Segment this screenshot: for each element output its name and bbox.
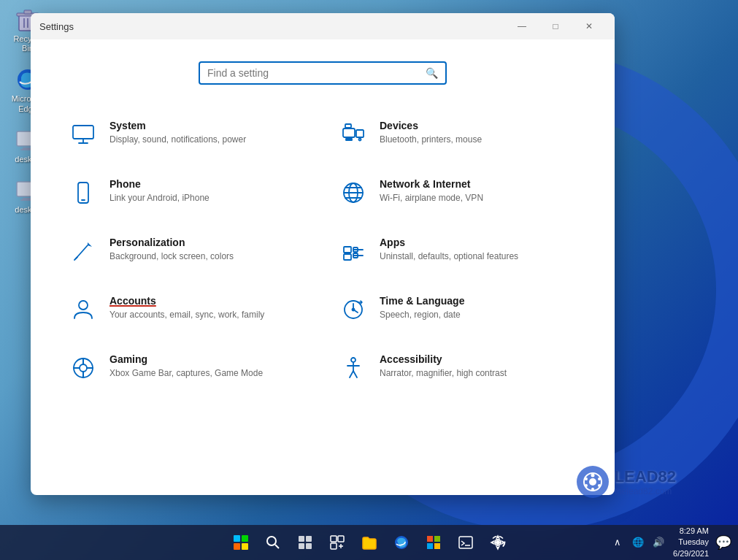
network-desc: Wi-Fi, airplane mode, VPN bbox=[380, 192, 483, 204]
phone-title: Phone bbox=[109, 178, 210, 190]
systray-globe[interactable]: 🌐 bbox=[629, 534, 647, 551]
gaming-desc: Xbox Game Bar, captures, Game Mode bbox=[109, 367, 263, 380]
devices-text: Devices Bluetooth, printers, mouse bbox=[380, 120, 482, 146]
watermark: LEAD82 thelead82.com bbox=[577, 466, 676, 498]
accounts-setting[interactable]: Accounts Your accounts, email, sync, wor… bbox=[60, 283, 315, 336]
taskbar-settings-button[interactable] bbox=[483, 528, 512, 557]
search-container: 🔍 bbox=[60, 61, 585, 85]
notification-icon[interactable]: 💬 bbox=[715, 534, 732, 551]
accounts-title: Accounts bbox=[109, 295, 264, 307]
search-input[interactable] bbox=[207, 67, 426, 79]
apps-desc: Uninstall, defaults, optional features bbox=[380, 250, 518, 263]
svg-point-38 bbox=[79, 301, 88, 310]
svg-point-59 bbox=[591, 488, 594, 491]
gaming-setting[interactable]: Gaming Xbox Game Bar, captures, Game Mod… bbox=[60, 342, 315, 394]
time-text: Time & Language Speech, region, date bbox=[380, 295, 464, 321]
svg-rect-71 bbox=[306, 543, 312, 549]
personalization-title: Personalization bbox=[109, 237, 234, 248]
svg-point-66 bbox=[267, 537, 276, 545]
terminal-button[interactable] bbox=[451, 528, 480, 557]
accounts-icon bbox=[69, 295, 98, 324]
svg-rect-62 bbox=[234, 535, 240, 542]
widgets-button[interactable] bbox=[323, 528, 352, 557]
svg-line-67 bbox=[275, 545, 279, 548]
personalization-desc: Background, lock screen, colors bbox=[109, 250, 234, 263]
personalization-text: Personalization Background, lock screen,… bbox=[109, 237, 234, 263]
phone-icon bbox=[69, 178, 98, 207]
taskbar-clock[interactable]: 8:29 AM Tuesday 6/29/2021 bbox=[673, 526, 709, 559]
svg-point-61 bbox=[585, 477, 588, 480]
svg-rect-69 bbox=[306, 536, 312, 542]
apps-icon bbox=[339, 237, 368, 266]
time-icon bbox=[339, 295, 368, 324]
title-bar: Settings — □ ✕ bbox=[31, 13, 615, 39]
clock-date: 6/29/2021 bbox=[673, 548, 709, 559]
svg-point-60 bbox=[585, 484, 588, 487]
personalization-setting[interactable]: Personalization Background, lock screen,… bbox=[60, 225, 315, 277]
network-title: Network & Internet bbox=[380, 178, 483, 190]
apps-setting[interactable]: Apps Uninstall, defaults, optional featu… bbox=[330, 225, 585, 277]
gaming-title: Gaming bbox=[109, 353, 263, 365]
systray-chevron[interactable]: ∧ bbox=[609, 534, 626, 551]
close-button[interactable]: ✕ bbox=[572, 13, 606, 39]
network-setting[interactable]: Network & Internet Wi-Fi, airplane mode,… bbox=[330, 166, 585, 219]
taskbar-search-button[interactable] bbox=[258, 528, 288, 557]
watermark-url: thelead82.com bbox=[615, 486, 676, 496]
svg-rect-72 bbox=[331, 536, 337, 542]
taskbar-edge-button[interactable] bbox=[387, 528, 416, 557]
svg-point-42 bbox=[353, 309, 355, 311]
apps-text: Apps Uninstall, defaults, optional featu… bbox=[380, 237, 518, 263]
maximize-button[interactable]: □ bbox=[539, 13, 572, 39]
svg-rect-68 bbox=[299, 536, 304, 542]
phone-setting[interactable]: Phone Link your Android, iPhone bbox=[60, 166, 315, 219]
search-icon: 🔍 bbox=[426, 67, 438, 79]
time-setting[interactable]: Time & Language Speech, region, date bbox=[330, 283, 585, 336]
file-explorer-button[interactable] bbox=[355, 528, 384, 557]
accessibility-desc: Narrator, magnifier, high contrast bbox=[380, 367, 507, 380]
clock-day: Tuesday bbox=[673, 537, 709, 548]
system-setting[interactable]: System Display, sound, notifications, po… bbox=[60, 108, 315, 161]
accessibility-title: Accessibility bbox=[380, 353, 507, 365]
watermark-brand-text: LEAD82 bbox=[615, 467, 676, 486]
system-title: System bbox=[109, 120, 246, 131]
taskbar-systray: ∧ 🌐 🔊 8:29 AM Tuesday 6/29/2021 💬 bbox=[609, 526, 732, 559]
svg-rect-33 bbox=[344, 254, 351, 260]
svg-rect-63 bbox=[242, 535, 248, 542]
system-icon bbox=[69, 120, 98, 149]
system-desc: Display, sound, notifications, power bbox=[109, 134, 246, 146]
network-icon bbox=[339, 178, 368, 207]
minimize-button[interactable]: — bbox=[505, 13, 539, 39]
task-view-button[interactable] bbox=[291, 528, 320, 557]
gaming-icon bbox=[69, 353, 98, 383]
systray-icons: ∧ 🌐 🔊 bbox=[609, 534, 667, 551]
time-desc: Speech, region, date bbox=[380, 309, 464, 321]
accessibility-text: Accessibility Narrator, magnifier, high … bbox=[380, 353, 507, 380]
devices-icon bbox=[339, 120, 368, 149]
personalization-icon bbox=[69, 237, 98, 266]
start-button[interactable] bbox=[226, 528, 255, 557]
svg-line-53 bbox=[353, 371, 357, 377]
settings-window: Settings — □ ✕ 🔍 bbox=[31, 13, 615, 495]
network-text: Network & Internet Wi-Fi, airplane mode,… bbox=[380, 178, 483, 204]
window-controls: — □ ✕ bbox=[505, 13, 606, 39]
search-box[interactable]: 🔍 bbox=[199, 61, 447, 85]
svg-rect-80 bbox=[427, 543, 433, 549]
gaming-text: Gaming Xbox Game Bar, captures, Game Mod… bbox=[109, 353, 263, 380]
svg-line-52 bbox=[350, 371, 353, 377]
svg-line-31 bbox=[74, 257, 77, 260]
svg-marker-30 bbox=[88, 242, 92, 247]
svg-point-55 bbox=[589, 478, 596, 486]
devices-setting[interactable]: Devices Bluetooth, printers, mouse bbox=[330, 108, 585, 161]
svg-rect-17 bbox=[356, 130, 364, 137]
clock-time: 8:29 AM bbox=[673, 526, 709, 537]
taskbar: ∧ 🌐 🔊 8:29 AM Tuesday 6/29/2021 💬 bbox=[0, 525, 738, 560]
svg-rect-64 bbox=[234, 543, 240, 550]
accounts-desc: Your accounts, email, sync, work, family bbox=[109, 309, 264, 321]
phone-desc: Link your Android, iPhone bbox=[109, 192, 210, 204]
devices-title: Devices bbox=[380, 120, 482, 131]
taskbar-center bbox=[226, 528, 512, 557]
store-button[interactable] bbox=[419, 528, 448, 557]
svg-point-44 bbox=[80, 364, 87, 372]
accessibility-setting[interactable]: Accessibility Narrator, magnifier, high … bbox=[330, 342, 585, 394]
systray-volume[interactable]: 🔊 bbox=[650, 534, 667, 551]
